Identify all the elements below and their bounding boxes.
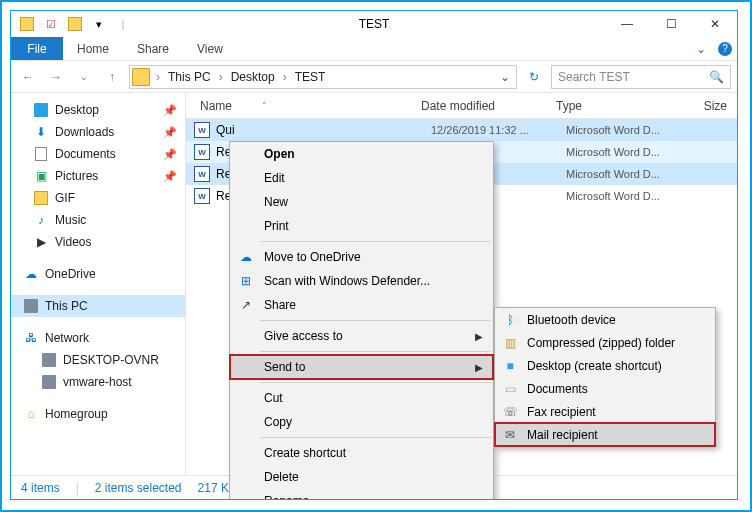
- menu-item-cut[interactable]: Cut: [230, 386, 493, 410]
- address-dropdown-icon[interactable]: ⌄: [496, 70, 514, 84]
- menu-separator: [260, 241, 491, 242]
- column-type[interactable]: Type: [556, 99, 674, 113]
- file-date: 12/26/2019 11:32 ...: [431, 124, 566, 136]
- sidebar-item-vmware-host[interactable]: vmware-host: [11, 371, 185, 393]
- submenu-arrow-icon: ▶: [475, 331, 483, 342]
- sidebar-item-network[interactable]: 🖧Network: [11, 327, 185, 349]
- menu-item-scan-with-windows-defender-[interactable]: ⊞Scan with Windows Defender...: [230, 269, 493, 293]
- history-dropdown-icon[interactable]: ⌄: [73, 66, 95, 88]
- column-date[interactable]: Date modified: [421, 99, 556, 113]
- submenu-item-desktop-create-shortcut-[interactable]: ■Desktop (create shortcut): [495, 354, 715, 377]
- forward-button[interactable]: →: [45, 66, 67, 88]
- breadcrumb-sep: ›: [217, 70, 225, 84]
- status-item-count: 4 items: [21, 481, 60, 495]
- menu-item-share[interactable]: ↗Share: [230, 293, 493, 317]
- sidebar-item-gif[interactable]: GIF: [11, 187, 185, 209]
- sidebar-item-label: Homegroup: [45, 407, 108, 421]
- window-title: TEST: [359, 17, 390, 31]
- sidebar-item-this-pc[interactable]: This PC: [11, 295, 185, 317]
- breadcrumb[interactable]: Desktop: [229, 70, 277, 84]
- submenu-item-icon: ᛒ: [502, 312, 518, 328]
- help-icon[interactable]: ?: [713, 37, 737, 60]
- address-bar[interactable]: › This PC › Desktop › TEST ⌄: [129, 65, 517, 89]
- column-headers: Name ˄ Date modified Type Size: [186, 93, 737, 119]
- file-tab[interactable]: File: [11, 37, 63, 60]
- search-input[interactable]: Search TEST 🔍: [551, 65, 731, 89]
- menu-item-delete[interactable]: Delete: [230, 465, 493, 489]
- menu-item-move-to-onedrive[interactable]: ☁Move to OneDrive: [230, 245, 493, 269]
- column-name[interactable]: Name: [200, 99, 232, 113]
- up-button[interactable]: ↑: [101, 66, 123, 88]
- menu-item-icon: ⊞: [238, 273, 254, 289]
- sidebar-item-icon: ⬇: [33, 124, 49, 140]
- sidebar-item-desktop-ovnr[interactable]: DESKTOP-OVNR: [11, 349, 185, 371]
- sidebar-item-pictures[interactable]: ▣Pictures📌: [11, 165, 185, 187]
- sidebar-item-desktop[interactable]: Desktop📌: [11, 99, 185, 121]
- submenu-item-compressed-zipped-folder[interactable]: ▥Compressed (zipped) folder: [495, 331, 715, 354]
- tab-home[interactable]: Home: [63, 37, 123, 60]
- sidebar-item-icon: ☁: [23, 266, 39, 282]
- menu-item-copy[interactable]: Copy: [230, 410, 493, 434]
- ribbon-tabs: File Home Share View ⌄ ?: [11, 37, 737, 61]
- submenu-item-bluetooth-device[interactable]: ᛒBluetooth device: [495, 308, 715, 331]
- qat-newfolder-icon[interactable]: [65, 14, 85, 34]
- sidebar-item-icon: [33, 102, 49, 118]
- word-file-icon: W: [194, 188, 210, 204]
- pin-icon: 📌: [163, 126, 177, 139]
- menu-item-label: Cut: [264, 391, 283, 405]
- qat-dropdown-icon[interactable]: ▾: [89, 14, 109, 34]
- menu-item-label: Scan with Windows Defender...: [264, 274, 430, 288]
- menu-item-print[interactable]: Print: [230, 214, 493, 238]
- submenu-item-label: Mail recipient: [527, 428, 598, 442]
- minimize-button[interactable]: —: [605, 11, 649, 37]
- refresh-button[interactable]: ↻: [523, 70, 545, 84]
- submenu-item-icon: ▭: [502, 381, 518, 397]
- context-menu: OpenEditNewPrint☁Move to OneDrive⊞Scan w…: [229, 141, 494, 500]
- column-size[interactable]: Size: [674, 99, 737, 113]
- submenu-item-mail-recipient[interactable]: ✉Mail recipient: [495, 423, 715, 446]
- submenu-item-label: Compressed (zipped) folder: [527, 336, 675, 350]
- submenu-item-documents[interactable]: ▭Documents: [495, 377, 715, 400]
- title-bar: ☑ ▾ | TEST — ☐ ✕: [11, 11, 737, 37]
- submenu-item-label: Documents: [527, 382, 588, 396]
- submenu-arrow-icon: ▶: [475, 362, 483, 373]
- tab-share[interactable]: Share: [123, 37, 183, 60]
- menu-item-send-to[interactable]: Send to▶: [230, 355, 493, 379]
- file-row[interactable]: WQui12/26/2019 11:32 ...Microsoft Word D…: [186, 119, 737, 141]
- menu-item-give-access-to[interactable]: Give access to▶: [230, 324, 493, 348]
- back-button[interactable]: ←: [17, 66, 39, 88]
- sidebar-item-downloads[interactable]: ⬇Downloads📌: [11, 121, 185, 143]
- sidebar-item-icon: ♪: [33, 212, 49, 228]
- sidebar-item-label: Videos: [55, 235, 91, 249]
- pin-icon: 📌: [163, 170, 177, 183]
- tab-view[interactable]: View: [183, 37, 237, 60]
- maximize-button[interactable]: ☐: [649, 11, 693, 37]
- breadcrumb[interactable]: This PC: [166, 70, 213, 84]
- breadcrumb[interactable]: TEST: [293, 70, 328, 84]
- menu-item-edit[interactable]: Edit: [230, 166, 493, 190]
- sidebar-item-onedrive[interactable]: ☁OneDrive: [11, 263, 185, 285]
- search-placeholder: Search TEST: [558, 70, 630, 84]
- menu-separator: [260, 382, 491, 383]
- qat-properties-icon[interactable]: ☑: [41, 14, 61, 34]
- menu-item-label: Move to OneDrive: [264, 250, 361, 264]
- close-button[interactable]: ✕: [693, 11, 737, 37]
- sidebar-item-documents[interactable]: Documents📌: [11, 143, 185, 165]
- search-icon: 🔍: [709, 70, 724, 84]
- submenu-item-fax-recipient[interactable]: ☏Fax recipient: [495, 400, 715, 423]
- menu-item-create-shortcut[interactable]: Create shortcut: [230, 441, 493, 465]
- sidebar-item-music[interactable]: ♪Music: [11, 209, 185, 231]
- menu-item-label: Open: [264, 147, 295, 161]
- menu-item-open[interactable]: Open: [230, 142, 493, 166]
- menu-item-rename[interactable]: Rename: [230, 489, 493, 500]
- menu-item-new[interactable]: New: [230, 190, 493, 214]
- submenu-item-label: Desktop (create shortcut): [527, 359, 662, 373]
- sidebar-item-videos[interactable]: ▶Videos: [11, 231, 185, 253]
- menu-item-icon: ↗: [238, 297, 254, 313]
- menu-item-label: Create shortcut: [264, 446, 346, 460]
- file-type: Microsoft Word D...: [566, 168, 684, 180]
- file-name: Qui: [216, 123, 431, 137]
- pin-icon: 📌: [163, 148, 177, 161]
- sidebar-item-homegroup[interactable]: ⌂Homegroup: [11, 403, 185, 425]
- ribbon-expand-icon[interactable]: ⌄: [689, 37, 713, 60]
